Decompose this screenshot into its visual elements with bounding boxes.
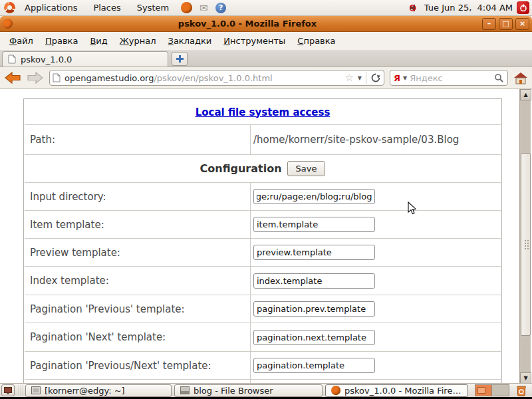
- menu-help[interactable]: Справка: [292, 33, 340, 49]
- local-file-system-access-link[interactable]: Local file system access: [196, 106, 331, 118]
- workspace-1[interactable]: [475, 385, 492, 396]
- plus-icon: [176, 55, 184, 63]
- field-label: Input directory:: [25, 183, 251, 210]
- pagination-next-field[interactable]: [253, 330, 375, 345]
- places-menu[interactable]: Places: [86, 1, 127, 14]
- trash-icon[interactable]: [513, 384, 530, 397]
- maximize-button[interactable]: □: [499, 18, 513, 30]
- workspace-2[interactable]: [492, 385, 509, 396]
- url-domain: opengamestudio.org: [65, 73, 154, 83]
- config-table: Local file system access Path: /home/kor…: [23, 98, 502, 384]
- menu-edit[interactable]: Правка: [40, 33, 83, 49]
- taskbar-item-firefox[interactable]: pskov_1.0.0 - Mozilla Firefox: [325, 384, 468, 397]
- panel-left: Applications Places System ✉ ?: [0, 1, 227, 15]
- scrollbar-thumb[interactable]: [521, 153, 531, 336]
- tab-label: pskov_1.0.0: [21, 55, 72, 65]
- table-row: Input directory:: [25, 183, 501, 211]
- table-row: Pagination 'Previous/Next' template:: [25, 352, 501, 380]
- table-row: Pagination 'Previous' template:: [25, 295, 501, 323]
- firefox-icon: [331, 386, 340, 395]
- gnome-taskbar: [kornerr@edgy: ~] blog - File Browser ps…: [0, 383, 532, 397]
- bookmark-star-icon[interactable]: ☆: [344, 72, 353, 84]
- table-row: Index template:: [25, 267, 501, 295]
- configuration-row: Configuration Save: [25, 155, 501, 183]
- reload-icon[interactable]: [370, 72, 381, 83]
- url-path: /pskov/en/pskov_1.0.0.html: [154, 73, 272, 83]
- index-template-field[interactable]: [253, 273, 375, 289]
- window-titlebar[interactable]: pskov_1.0.0 - Mozilla Firefox – □ ×: [0, 16, 532, 32]
- firefox-window-icon: [3, 19, 13, 29]
- field-label: Index template:: [25, 267, 251, 295]
- taskbar-item-terminal[interactable]: [kornerr@edgy: ~]: [25, 384, 172, 397]
- save-button[interactable]: Save: [287, 161, 326, 176]
- forward-button[interactable]: [27, 70, 44, 85]
- workspace-switcher[interactable]: [475, 384, 509, 396]
- close-button[interactable]: ×: [515, 18, 529, 30]
- desktop-icon: [4, 387, 12, 394]
- scrollbar-grip: [524, 239, 529, 250]
- field-label: Preview template:: [25, 239, 251, 266]
- desktop: Applications Places System ✉ ? Tue Jun 2…: [0, 0, 532, 399]
- item-template-field[interactable]: [253, 217, 375, 232]
- ubuntu-logo-icon[interactable]: [4, 2, 15, 13]
- pagination-prevnext-field[interactable]: [253, 358, 375, 373]
- path-row: Path: /home/kornerr/site-pskov-sample/03…: [25, 125, 501, 155]
- taskbar-item-file-browser[interactable]: blog - File Browser: [174, 384, 323, 397]
- preview-template-field[interactable]: [253, 245, 375, 260]
- search-icon[interactable]: [494, 73, 504, 83]
- help-icon[interactable]: ?: [214, 1, 227, 15]
- menu-view[interactable]: Вид: [84, 33, 112, 49]
- applications-menu[interactable]: Applications: [18, 1, 84, 14]
- mouse-cursor: [408, 201, 417, 215]
- page-icon: [8, 55, 16, 64]
- scroll-down-icon[interactable]: ▼: [520, 372, 531, 384]
- url-text[interactable]: opengamestudio.org/pskov/en/pskov_1.0.0.…: [65, 73, 340, 83]
- field-label: Pagination 'Previous' template:: [25, 295, 251, 323]
- scroll-up-icon[interactable]: ▲: [520, 89, 531, 100]
- tab-bar: pskov_1.0.0: [0, 51, 532, 67]
- input-directory-field[interactable]: [253, 189, 375, 204]
- taskbar-item-label: [kornerr@edgy: ~]: [45, 386, 125, 396]
- power-icon[interactable]: [517, 1, 529, 14]
- url-dropdown-icon[interactable]: ▼: [358, 75, 362, 81]
- menu-file[interactable]: Файл: [4, 33, 39, 49]
- pagination-prev-field[interactable]: [253, 301, 375, 317]
- minimize-button[interactable]: –: [482, 18, 496, 30]
- firefox-launcher-icon[interactable]: [180, 1, 193, 15]
- system-menu[interactable]: System: [130, 1, 176, 14]
- file-browser-icon: [180, 386, 190, 394]
- mail-icon[interactable]: ✉: [197, 1, 210, 15]
- divider: [366, 72, 366, 84]
- tab-pskov[interactable]: pskov_1.0.0: [2, 51, 168, 66]
- search-input[interactable]: Яндекс: [410, 73, 491, 83]
- taskbar-item-label: pskov_1.0.0 - Mozilla Firefox: [344, 386, 462, 396]
- menu-bookmarks[interactable]: Закладки: [163, 33, 217, 49]
- new-tab-button[interactable]: [172, 52, 188, 66]
- terminal-icon: [31, 386, 41, 394]
- menu-tools[interactable]: Инструменты: [218, 33, 291, 49]
- panel-right: Tue Jun 25, 4:04 AM: [410, 1, 532, 14]
- vertical-scrollbar[interactable]: ▲ ▼: [519, 89, 531, 384]
- back-button[interactable]: [4, 70, 21, 85]
- taskbar-grip[interactable]: [17, 385, 23, 396]
- window-title: pskov_1.0.0 - Mozilla Firefox: [13, 19, 482, 29]
- table-row: Preview template:: [25, 239, 501, 267]
- page-icon: [53, 73, 61, 82]
- navigation-toolbar: opengamestudio.org/pskov/en/pskov_1.0.0.…: [0, 67, 532, 89]
- table-row: Item template:: [25, 211, 501, 239]
- menu-history[interactable]: Журнал: [114, 33, 162, 49]
- table-row: Pagination 'Next' template:: [25, 323, 501, 352]
- volume-muted-icon[interactable]: [410, 3, 420, 13]
- path-value: /home/kornerr/site-pskov-sample/03.Blog: [251, 134, 501, 146]
- search-engine-dropdown-icon[interactable]: ▼: [403, 75, 407, 81]
- yandex-icon[interactable]: Я: [394, 73, 400, 83]
- browser-menubar: Файл Правка Вид Журнал Закладки Инструме…: [0, 32, 532, 51]
- url-bar[interactable]: opengamestudio.org/pskov/en/pskov_1.0.0.…: [49, 70, 384, 86]
- firefox-window: pskov_1.0.0 - Mozilla Firefox – □ × Файл…: [0, 16, 532, 384]
- home-button[interactable]: [513, 72, 528, 84]
- search-box[interactable]: Я ▼ Яндекс: [390, 70, 508, 86]
- show-desktop-button[interactable]: [1, 384, 15, 396]
- table-header-row: Local file system access: [25, 100, 501, 125]
- taskbar-item-label: blog - File Browser: [194, 386, 273, 396]
- panel-clock[interactable]: Tue Jun 25, 4:04 AM: [424, 3, 513, 13]
